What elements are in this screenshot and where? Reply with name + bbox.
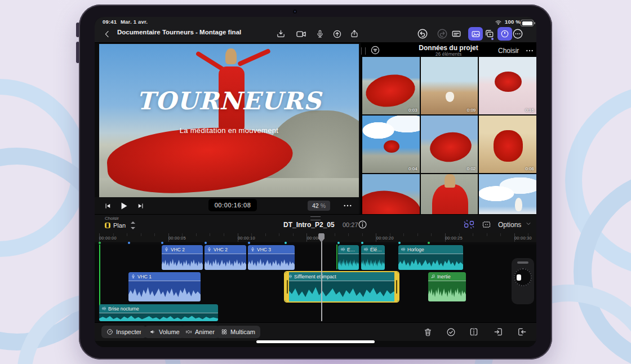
viewer-more-button[interactable] — [341, 199, 354, 212]
trim-handle-left[interactable] — [285, 272, 289, 301]
clip-waveform — [205, 254, 246, 270]
marker-dot — [99, 242, 101, 244]
clip-type-stepper[interactable] — [131, 221, 135, 229]
timeline-clip-vhc2[interactable]: VHC 2 — [162, 245, 203, 270]
inspect-button[interactable]: Inspecter — [101, 326, 146, 338]
marker-dot — [428, 242, 430, 244]
animate-button[interactable]: Animer — [180, 326, 220, 338]
delete-clip-button[interactable] — [421, 326, 434, 338]
connections-button[interactable] — [462, 219, 476, 229]
ipad-frame: 09:41 Mar. 1 avr. 100 % Documentaire Tou… — [79, 5, 552, 359]
options-button[interactable]: Options — [498, 221, 521, 229]
multicam-label: Multicam — [230, 329, 255, 335]
media-thumbnail[interactable]: 0:04 — [362, 116, 420, 173]
media-thumbnail[interactable]: 0:06 — [479, 116, 536, 173]
timeline-clip-sifflement-selected[interactable]: Sifflement et impact — [285, 272, 398, 301]
media-thumbnail[interactable]: 0:03 — [362, 57, 420, 114]
timeline-clip-brise-nocturne[interactable]: Brise nocturne — [99, 304, 218, 321]
skip-back-icon — [104, 202, 112, 210]
play-button[interactable] — [117, 199, 130, 212]
playhead-line[interactable] — [321, 233, 322, 321]
multicam-button[interactable]: Multicam — [216, 326, 260, 338]
enable-clip-button[interactable] — [444, 326, 457, 338]
selected-clip-duration: 00:27 — [343, 221, 358, 228]
marker-dot — [128, 242, 130, 244]
capture-button[interactable] — [330, 27, 344, 41]
media-thumbnail[interactable] — [362, 174, 420, 214]
microphone-icon — [316, 29, 325, 38]
clip-waveform — [248, 254, 295, 270]
duration-badge: 0:04 — [408, 166, 417, 171]
timeline-clip-inertie[interactable]: Inertie — [428, 272, 466, 301]
more-button[interactable] — [511, 27, 525, 41]
timeline-clip-vhc3[interactable]: VHC 3 — [248, 245, 295, 270]
viewer-title-overlay: TOURNEURS — [99, 87, 359, 115]
insert-clip-left-button[interactable] — [492, 326, 505, 338]
import-icon — [276, 29, 286, 39]
clip-waveform — [361, 254, 385, 270]
redo-button[interactable] — [436, 27, 449, 41]
undo-button[interactable] — [416, 27, 429, 41]
effects-button[interactable] — [482, 27, 496, 41]
timeline-clip-vhc1[interactable]: VHC 1 — [128, 272, 201, 301]
timeline-clip-e[interactable]: E… — [338, 245, 359, 270]
volume-button[interactable]: Volume — [144, 326, 185, 338]
insert-clip-right-button[interactable] — [515, 326, 528, 338]
selected-clip-name: DT_Intro_P2_05 — [283, 221, 335, 229]
media-thumbnail[interactable] — [479, 174, 536, 214]
media-thumbnail[interactable]: 0:09 — [421, 57, 478, 114]
timeline-clip-horloge[interactable]: Horloge — [398, 245, 463, 270]
zoom-level-button[interactable]: 42 % — [308, 201, 330, 211]
timeline-ruler[interactable]: 00:00:00 00:00:05 00:00:10 00:00:15 00:0… — [95, 233, 536, 242]
record-voiceover-button[interactable] — [313, 27, 327, 41]
media-thumbnail[interactable]: 0:02 — [421, 116, 478, 173]
mic-icon — [250, 247, 255, 252]
project-title: Documentaire Tourneurs - Montage final — [117, 29, 241, 35]
photo-icon — [471, 29, 481, 39]
video-viewer[interactable]: TOURNEURS La méditation en mouvement — [99, 44, 359, 197]
timeline-drag-handle[interactable] — [310, 216, 321, 220]
choose-button[interactable]: Choisir — [498, 44, 519, 57]
marker-dot — [285, 242, 287, 244]
share-button[interactable] — [348, 27, 361, 41]
media-browser-button[interactable] — [468, 27, 483, 41]
jog-wheel-toggle-button[interactable] — [497, 27, 512, 41]
marker-dot — [205, 242, 207, 244]
jog-dial-icon — [500, 29, 509, 38]
record-video-button[interactable] — [294, 27, 308, 41]
music-note-icon — [430, 274, 436, 279]
status-time: 09:41 — [103, 19, 117, 25]
clip-info-button[interactable] — [357, 219, 367, 229]
fcp-app-screen: 09:41 Mar. 1 avr. 100 % Documentaire Tou… — [95, 17, 536, 347]
split-clip-icon — [469, 327, 479, 337]
split-clip-button[interactable] — [467, 326, 481, 338]
skip-forward-icon — [136, 202, 145, 210]
clip-waveform — [398, 254, 463, 270]
clip-label: Inertie — [437, 274, 451, 279]
home-indicator[interactable] — [256, 340, 375, 343]
volume-label: Volume — [159, 329, 180, 335]
overlay-frame-button[interactable] — [480, 219, 492, 229]
trim-handle-right[interactable] — [394, 272, 398, 301]
timeline-clip-elevation[interactable]: Élév… — [361, 245, 385, 270]
tick-label: 00:00:10 — [238, 236, 255, 241]
media-thumbnail[interactable]: 0:16 — [479, 57, 536, 114]
mic-icon — [164, 247, 169, 252]
trash-icon — [423, 327, 433, 337]
timeline-clip-vhc2b[interactable]: VHC 2 — [205, 245, 246, 270]
go-to-start-button[interactable] — [101, 199, 114, 212]
titles-button[interactable] — [450, 27, 463, 41]
media-thumbnail[interactable] — [421, 174, 478, 214]
jog-wheel-widget — [512, 258, 534, 304]
jog-drag-handle[interactable] — [517, 261, 528, 264]
go-to-end-button[interactable] — [134, 199, 146, 212]
browser-header: Données du projet 26 éléments Choisir — [361, 42, 536, 57]
browser-more-button[interactable] — [523, 44, 536, 57]
tick-label: 00:00:20 — [376, 236, 394, 241]
gauge-icon — [106, 329, 113, 335]
back-button[interactable] — [100, 27, 114, 41]
play-icon — [118, 201, 129, 211]
timeline-track-area[interactable]: VHC 2 VHC 2 VHC 3 E… Élév… — [95, 245, 536, 322]
import-media-button[interactable] — [274, 27, 287, 41]
jog-dial[interactable] — [514, 268, 532, 286]
